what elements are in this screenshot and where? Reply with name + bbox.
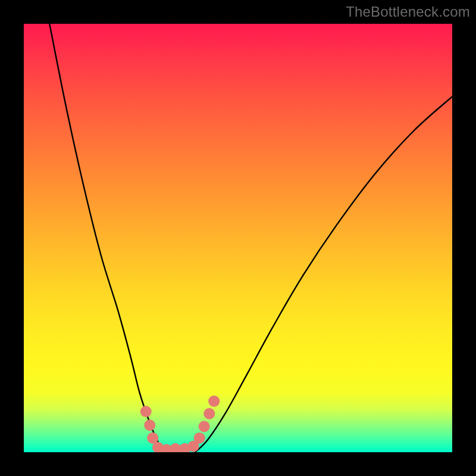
data-marker	[194, 433, 205, 444]
data-marker	[199, 421, 210, 432]
chart-frame: TheBottleneck.com	[0, 0, 476, 476]
marker-layer	[140, 396, 220, 452]
data-marker	[203, 408, 215, 419]
plot-area	[24, 24, 452, 452]
curve-layer	[24, 24, 452, 452]
data-marker	[144, 419, 155, 431]
curve-right	[195, 96, 452, 452]
data-marker	[208, 396, 220, 407]
curve-left	[49, 24, 165, 452]
watermark-text: TheBottleneck.com	[346, 4, 470, 20]
data-marker	[140, 406, 152, 417]
